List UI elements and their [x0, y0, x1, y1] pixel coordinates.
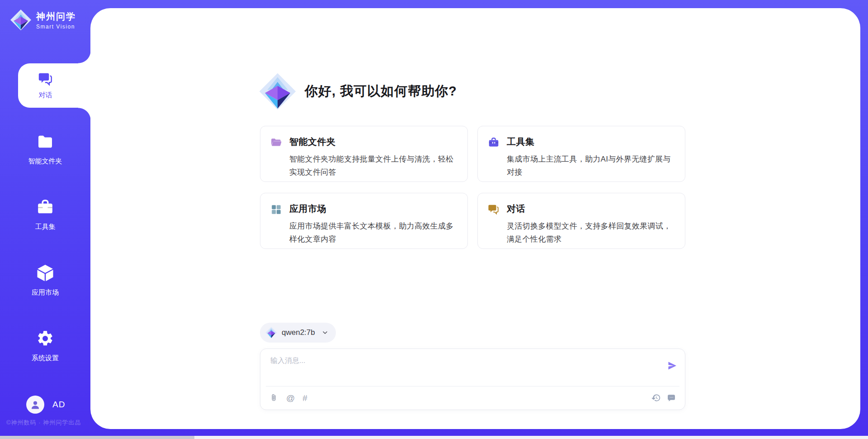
diamond-logo-icon — [10, 9, 32, 31]
brand-title: 神州问学 — [36, 10, 76, 23]
card-description: 灵活切换多模型文件，支持多样回复效果调试，满足个性化需求 — [507, 220, 673, 246]
person-icon — [30, 399, 41, 410]
sidebar: 神州问学 Smart Vision 对话 智能文件夹 工具集 应用市场 系统设置… — [0, 0, 90, 439]
sidebar-item-smart-folder[interactable]: 智能文件夹 — [9, 133, 81, 166]
card-title: 工具集 — [507, 136, 673, 148]
sidebar-item-label: 对话 — [39, 91, 52, 100]
card-chat[interactable]: 对话 灵活切换多模型文件，支持多样回复效果调试，满足个性化需求 — [477, 193, 685, 249]
brand-logo-block: 神州问学 Smart Vision — [10, 9, 76, 31]
diamond-logo-icon — [265, 327, 277, 339]
topic-button[interactable]: # — [302, 394, 307, 402]
card-description: 智能文件夹功能支持批量文件上传与清洗，轻松实现文件问答 — [289, 153, 456, 179]
gear-icon — [36, 329, 54, 348]
paperclip-icon — [269, 393, 278, 402]
sidebar-item-app-market[interactable]: 应用市场 — [9, 264, 81, 297]
card-title: 对话 — [507, 203, 673, 215]
sidebar-item-label: 工具集 — [9, 223, 81, 231]
card-title: 应用市场 — [289, 203, 456, 215]
sidebar-item-toolset[interactable]: 工具集 — [9, 198, 81, 231]
horizontal-scrollbar[interactable] — [0, 436, 868, 439]
cube-icon — [36, 264, 54, 282]
attach-file-button[interactable] — [269, 393, 278, 402]
page-title: 你好, 我可以如何帮助你? — [305, 82, 457, 100]
history-icon — [651, 393, 660, 402]
send-icon — [667, 360, 678, 371]
toolbox-icon — [36, 198, 54, 216]
user-profile[interactable]: AD — [26, 396, 65, 414]
folder-open-icon — [270, 137, 282, 148]
chevron-down-icon — [321, 329, 329, 336]
composer-toolbar: @ # — [260, 386, 685, 410]
chat-icon — [38, 72, 53, 87]
hash-icon: # — [302, 394, 307, 402]
send-button[interactable] — [666, 360, 679, 372]
sidebar-item-label: 智能文件夹 — [9, 157, 81, 166]
chat-icon — [488, 204, 500, 215]
sidebar-item-system-settings[interactable]: 系统设置 — [9, 329, 81, 363]
toolbox-icon — [488, 137, 500, 148]
user-name: AD — [52, 400, 65, 410]
brand-subtitle: Smart Vision — [36, 24, 76, 30]
model-selector[interactable]: qwen2:7b — [260, 323, 336, 343]
message-input[interactable] — [270, 356, 655, 383]
sidebar-item-label: 系统设置 — [9, 354, 81, 363]
at-icon: @ — [286, 394, 295, 402]
copyright-footer: ©神州数码 · 神州问学出品 — [6, 419, 81, 427]
history-button[interactable] — [651, 393, 660, 402]
model-name: qwen2:7b — [282, 328, 315, 337]
scrollbar-thumb[interactable] — [0, 436, 194, 439]
feature-cards: 智能文件夹 智能文件夹功能支持批量文件上传与清洗，轻松实现文件问答 工具集 集成… — [260, 126, 685, 249]
greeting-block: 你好, 我可以如何帮助你? — [259, 72, 457, 110]
card-toolset[interactable]: 工具集 集成市场上主流工具，助力AI与外界无缝扩展与对接 — [477, 126, 685, 182]
avatar — [26, 396, 44, 414]
card-title: 智能文件夹 — [289, 136, 456, 148]
sidebar-item-label: 应用市场 — [9, 288, 81, 297]
grid-icon — [270, 204, 282, 215]
sidebar-item-chat[interactable]: 对话 — [18, 63, 91, 108]
message-composer: @ # — [260, 348, 685, 410]
card-smart-folder[interactable]: 智能文件夹 智能文件夹功能支持批量文件上传与清洗，轻松实现文件问答 — [260, 126, 468, 182]
card-description: 集成市场上主流工具，助力AI与外界无缝扩展与对接 — [507, 153, 673, 179]
card-app-market[interactable]: 应用市场 应用市场提供丰富长文本模板，助力高效生成多样化文章内容 — [260, 193, 468, 249]
message-icon — [667, 393, 676, 402]
folder-icon — [36, 133, 54, 151]
diamond-logo-icon — [259, 72, 297, 110]
mention-button[interactable]: @ — [286, 394, 295, 402]
new-conversation-button[interactable] — [667, 393, 676, 402]
card-description: 应用市场提供丰富长文本模板，助力高效生成多样化文章内容 — [289, 220, 456, 246]
